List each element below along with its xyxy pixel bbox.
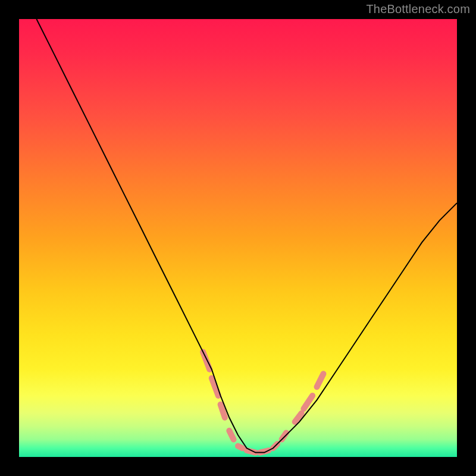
marker-highlight-group <box>203 352 323 452</box>
chart-stage: TheBottleneck.com <box>0 0 476 476</box>
plot-area <box>19 19 457 457</box>
watermark-text: TheBottleneck.com <box>366 2 470 16</box>
marker-segment <box>238 446 242 449</box>
curve-layer <box>19 19 457 457</box>
bottleneck-curve <box>36 19 457 453</box>
marker-segment <box>229 431 233 440</box>
marker-segment <box>317 374 324 387</box>
